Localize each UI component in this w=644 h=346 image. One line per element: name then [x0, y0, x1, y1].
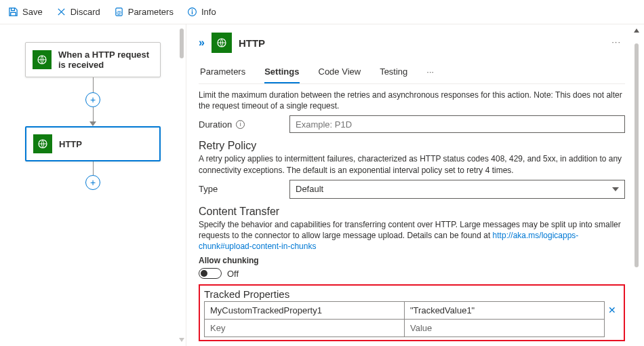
tab-testing[interactable]: Testing	[380, 62, 407, 83]
retry-type-label: Type	[199, 184, 280, 194]
info-icon[interactable]: i	[236, 120, 245, 129]
connector-2: +	[85, 161, 100, 190]
content-desc: Specify the behavior and capabilities fo…	[199, 219, 625, 252]
tab-settings[interactable]: Settings	[264, 62, 299, 83]
tracked-row: MyCustomTrackedProperty1 "TrackedValue1"…	[204, 301, 620, 319]
left-scroll-thumb[interactable]	[180, 28, 184, 58]
duration-label: Duration i	[199, 119, 280, 130]
retry-type-value: Default	[296, 184, 323, 194]
http-action-card[interactable]: HTTP	[25, 126, 161, 161]
save-button[interactable]: Save	[8, 7, 43, 17]
allow-chunking-label: Allow chunking	[199, 256, 625, 265]
svg-rect-4	[192, 11, 193, 14]
parameters-icon: @	[114, 7, 124, 17]
remove-row-icon[interactable]: ✕	[605, 301, 620, 319]
info-label: Info	[201, 7, 216, 17]
svg-point-3	[192, 9, 193, 11]
discard-button[interactable]: Discard	[56, 7, 100, 17]
allow-chunking-value: Off	[227, 269, 239, 279]
panel-more-button[interactable]: ···	[611, 37, 621, 47]
http-action-card-title: HTTP	[59, 139, 82, 149]
content-heading: Content Transfer	[199, 206, 625, 218]
tracked-value-placeholder[interactable]: Value	[405, 319, 605, 337]
save-label: Save	[22, 7, 43, 17]
save-icon	[8, 7, 18, 17]
tracked-key-input[interactable]: MyCustomTrackedProperty1	[204, 301, 405, 319]
info-button[interactable]: Info	[187, 7, 216, 17]
discard-icon	[56, 7, 66, 17]
add-step-button-2[interactable]: +	[85, 175, 100, 190]
svg-text:@: @	[116, 9, 121, 16]
collapse-panel-icon[interactable]: »	[199, 37, 205, 49]
tracked-heading: Tracked Properties	[204, 288, 620, 300]
trigger-card[interactable]: When a HTTP request is received	[25, 42, 161, 77]
duration-note: Limit the maximum duration between the r…	[199, 90, 625, 111]
designer-canvas: When a HTTP request is received + HTTP +	[0, 24, 186, 346]
retry-heading: Retry Policy	[199, 140, 625, 152]
tab-codeview[interactable]: Code View	[319, 62, 361, 83]
chevron-down-icon	[612, 187, 619, 191]
tab-more[interactable]: ···	[426, 62, 434, 83]
parameters-button[interactable]: @ Parameters	[114, 7, 174, 17]
panel-tabs: Parameters Settings Code View Testing ··…	[199, 62, 625, 84]
tab-parameters[interactable]: Parameters	[200, 62, 245, 83]
tracked-value-input[interactable]: "TrackedValue1"	[405, 301, 605, 319]
allow-chunking-toggle[interactable]	[199, 268, 222, 279]
http-action-icon	[33, 134, 52, 153]
http-trigger-icon	[33, 50, 52, 69]
top-toolbar: Save Discard @ Parameters Info	[0, 0, 644, 24]
parameters-label: Parameters	[128, 7, 174, 17]
left-scrollbar[interactable]	[180, 28, 184, 342]
panel-title: HTTP	[239, 37, 265, 49]
retry-type-select[interactable]: Default	[289, 180, 625, 199]
right-scroll-thumb[interactable]	[635, 43, 639, 267]
add-step-button[interactable]: +	[85, 92, 100, 107]
panel-http-icon	[212, 33, 232, 53]
discard-label: Discard	[71, 7, 100, 17]
duration-input[interactable]	[289, 115, 625, 133]
tracked-key-placeholder[interactable]: Key	[204, 319, 405, 337]
details-panel: » HTTP ··· Parameters Settings Code View…	[186, 24, 644, 346]
info-icon	[187, 7, 197, 17]
right-scrollbar[interactable]	[635, 28, 639, 342]
tracked-row: Key Value	[204, 319, 620, 337]
retry-desc: A retry policy applies to intermittent f…	[199, 153, 625, 175]
connector-1: +	[85, 77, 100, 126]
trigger-card-title: When a HTTP request is received	[58, 50, 153, 70]
highlight-box: Tracked Properties MyCustomTrackedProper…	[199, 284, 625, 341]
